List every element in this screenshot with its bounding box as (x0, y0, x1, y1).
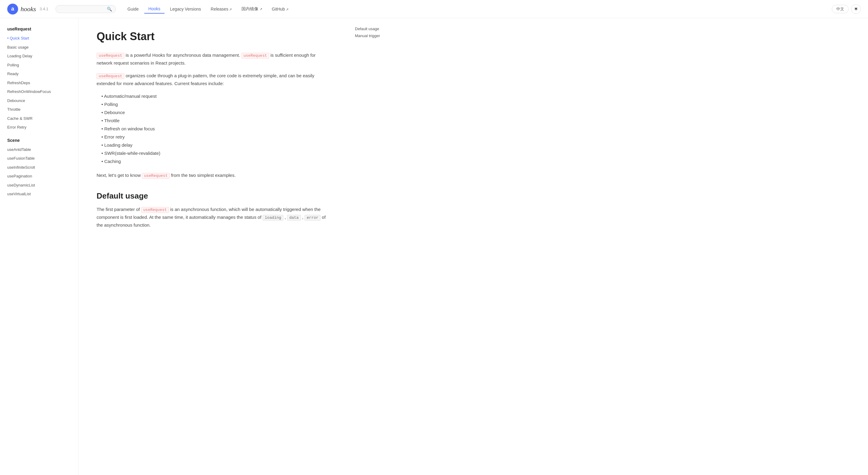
sidebar-item-ready[interactable]: Ready (0, 69, 78, 78)
feature-item: Error retry (101, 133, 332, 141)
nav-link-hooks[interactable]: Hooks (144, 4, 165, 13)
sidebar-items-scene: useAntdTableuseFusionTableuseInfiniteScr… (0, 145, 78, 198)
nav-link-guide[interactable]: Guide (123, 5, 143, 13)
nav-link-github[interactable]: GitHub (268, 5, 293, 13)
default-usage-title: Default usage (97, 191, 332, 201)
search-box[interactable]: 🔍 (56, 5, 116, 13)
sidebar-item-quick-start[interactable]: Quick Start (0, 34, 78, 43)
toc-item-manual-trigger[interactable]: Manual trigger (355, 32, 400, 39)
data-code: data (287, 215, 301, 221)
sidebar-item-usedynamiclist[interactable]: useDynamicList (0, 181, 78, 190)
intro-p2-text: organizes code through a plug-in pattern… (97, 73, 314, 86)
sidebar-item-debounce[interactable]: Debounce (0, 96, 78, 105)
intro-paragraph-2: useRequest organizes code through a plug… (97, 72, 332, 88)
main-content: Quick Start useRequest is a powerful Hoo… (79, 18, 350, 475)
intro-p1-text1: is a powerful Hooks for asynchronous dat… (126, 53, 240, 58)
nav-link-legacy[interactable]: Legacy Versions (166, 5, 205, 13)
theme-toggle-button[interactable]: ☀ (851, 4, 861, 14)
userequest-code-3: useRequest (97, 73, 124, 79)
sidebar-item-throttle[interactable]: Throttle (0, 105, 78, 114)
header: a hooks 3.4.1 🔍 GuideHooksLegacy Version… (0, 0, 868, 18)
sidebar-item-refreshonwindowfocus[interactable]: RefreshOnWindowFocus (0, 87, 78, 96)
sidebar-item-cache--swr[interactable]: Cache & SWR (0, 114, 78, 123)
default-p1-before: The first parameter of (97, 207, 140, 212)
feature-item: Debounce (101, 108, 332, 117)
sidebar-item-useinfinitescroll[interactable]: useInfiniteScroll (0, 163, 78, 172)
sidebar-item-usepagination[interactable]: usePagination (0, 172, 78, 181)
sidebar-item-basic-usage[interactable]: Basic usage (0, 43, 78, 52)
sidebar-item-polling[interactable]: Polling (0, 61, 78, 70)
search-input[interactable] (59, 7, 107, 11)
logo-name: hooks (21, 5, 36, 13)
next-text-before: Next, let's get to know (97, 172, 141, 178)
layout: useRequest Quick StartBasic usageLoading… (0, 18, 868, 475)
userequest-code-1: useRequest (97, 53, 124, 59)
logo-icon: a (7, 4, 18, 14)
sidebar-item-useantdtable[interactable]: useAntdTable (0, 145, 78, 154)
feature-item: Caching (101, 157, 332, 165)
feature-item: SWR(stale-while-revalidate) (101, 149, 332, 157)
userequest-code-2: useRequest (242, 53, 269, 59)
logo-link[interactable]: a hooks 3.4.1 (7, 4, 48, 14)
sidebar-item-refreshdeps[interactable]: RefreshDeps (0, 78, 78, 88)
intro-paragraph-1: useRequest is a powerful Hooks for async… (97, 51, 332, 67)
feature-item: Polling (101, 100, 332, 108)
nav-link-mirror[interactable]: 国内镜像 (237, 4, 266, 13)
toc: Default usageManual trigger (350, 18, 404, 475)
nav-link-releases[interactable]: Releases (207, 5, 236, 13)
header-right: 中文 ☀ (832, 4, 861, 14)
feature-item: Loading delay (101, 141, 332, 149)
feature-item: Throttle (101, 117, 332, 125)
loading-code: loading (262, 215, 283, 221)
nav: GuideHooksLegacy VersionsReleases国内镜像Git… (123, 4, 832, 13)
sidebar-item-usevirtuallist[interactable]: useVirtualList (0, 190, 78, 198)
next-text-after: from the two simplest examples. (171, 172, 236, 178)
feature-item: Refresh on window focus (101, 125, 332, 133)
next-paragraph: Next, let's get to know useRequest from … (97, 171, 332, 179)
toc-items: Default usageManual trigger (355, 25, 400, 39)
page-title: Quick Start (97, 30, 332, 43)
error-code: error (305, 215, 320, 221)
sidebar-item-loading-delay[interactable]: Loading Delay (0, 52, 78, 61)
userequest-code-5: useRequest (141, 207, 169, 213)
sidebar-section-scene: Scene (0, 137, 78, 145)
sidebar-item-usefusiontable[interactable]: useFusionTable (0, 154, 78, 163)
logo-version: 3.4.1 (39, 7, 48, 11)
sidebar-items-userequest: Quick StartBasic usageLoading DelayPolli… (0, 34, 78, 132)
default-paragraph-1: The first parameter of useRequest is an … (97, 205, 332, 229)
feature-list: Automatic/manual requestPollingDebounceT… (101, 92, 332, 165)
search-icon: 🔍 (107, 7, 112, 11)
feature-item: Automatic/manual request (101, 92, 332, 100)
sidebar-item-error-retry[interactable]: Error Retry (0, 123, 78, 132)
lang-button[interactable]: 中文 (832, 5, 849, 13)
toc-item-default-usage[interactable]: Default usage (355, 25, 400, 32)
userequest-code-4: useRequest (142, 173, 169, 179)
sidebar: useRequest Quick StartBasic usageLoading… (0, 18, 79, 475)
sidebar-section-userequest: useRequest (0, 25, 78, 34)
